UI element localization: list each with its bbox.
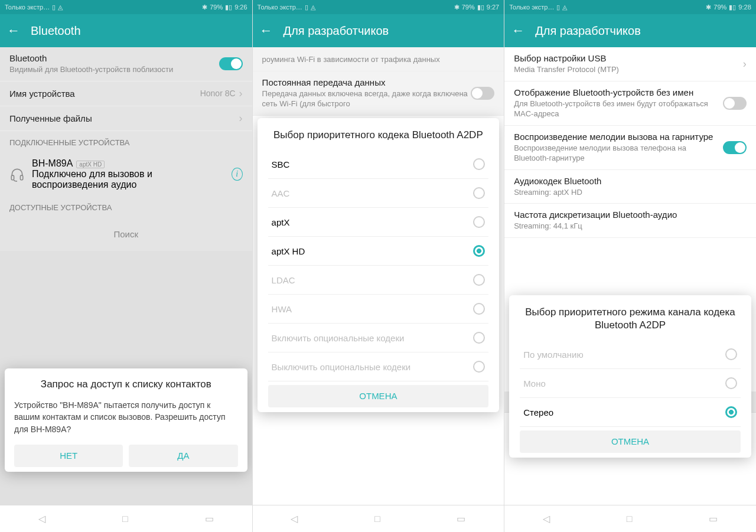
bt-noname-row[interactable]: Отображение Bluetooth-устройств без имен…: [504, 81, 756, 126]
signal-icon: ◬: [58, 4, 63, 11]
option-label: Выключить опциональные кодеки: [272, 362, 411, 372]
row-subtitle: Streaming: aptX HD: [514, 187, 747, 198]
nav-bar: ◁ □ ▭: [253, 505, 504, 532]
row-title: Воспроизведение мелодии вызова на гарнит…: [514, 132, 723, 142]
connected-devices-header: ПОДКЛЮЧЕННЫЕ УСТРОЙСТВА: [0, 131, 252, 152]
back-icon[interactable]: ←: [260, 23, 273, 38]
option-label: Стерео: [523, 407, 553, 417]
row-subtitle: Воспроизведение мелодии вызова телефона …: [514, 143, 723, 164]
codec-option: Выключить опциональные кодеки: [268, 353, 489, 381]
row-title: Аудиокодек Bluetooth: [514, 176, 747, 186]
svg-rect-1: [20, 175, 22, 180]
option-label: SBC: [272, 159, 290, 169]
radio-icon: [725, 377, 737, 389]
codec-badge: aptX HD: [76, 161, 105, 168]
persistent-data-toggle[interactable]: [471, 87, 494, 100]
radio-icon: [473, 187, 485, 199]
codec-option: AAC: [268, 179, 489, 208]
no-button[interactable]: НЕТ: [14, 445, 123, 467]
bluetooth-toggle[interactable]: [219, 57, 243, 70]
nav-recent-icon[interactable]: ▭: [457, 513, 465, 524]
bt-noname-toggle[interactable]: [723, 97, 747, 110]
battery-text: 79%: [713, 4, 726, 11]
nav-home-icon[interactable]: □: [374, 514, 380, 524]
ringtone-headset-toggle[interactable]: [723, 141, 747, 154]
radio-icon: [473, 245, 485, 257]
received-files-row[interactable]: Полученные файлы ›: [0, 106, 252, 131]
svg-rect-0: [11, 175, 14, 180]
codec-option[interactable]: aptX HD: [268, 237, 489, 266]
radio-icon: [473, 303, 485, 315]
cancel-button[interactable]: ОТМЕНА: [520, 430, 741, 453]
nav-recent-icon[interactable]: ▭: [709, 513, 718, 524]
nav-recent-icon[interactable]: ▭: [205, 513, 214, 524]
dialog-body: Устройство "BH-M89A" пытается получить д…: [14, 399, 238, 435]
contacts-access-dialog: Запрос на доступ к списку контактов Устр…: [5, 368, 247, 472]
connected-device-row[interactable]: BH-M89AaptX HD Подключено для вызовов и …: [0, 152, 252, 196]
persistent-data-row[interactable]: Постоянная передача данных Передача данн…: [253, 71, 504, 116]
option-label: aptX HD: [272, 246, 305, 256]
bt-codec-row[interactable]: Аудиокодек Bluetooth Streaming: aptX HD: [504, 170, 756, 204]
app-bar: ← Для разработчиков: [504, 14, 756, 47]
app-bar: ← Bluetooth: [0, 14, 252, 47]
nav-back-icon[interactable]: ◁: [291, 513, 298, 524]
nav-home-icon[interactable]: □: [122, 514, 128, 524]
radio-icon: [725, 348, 737, 360]
ringtone-headset-row[interactable]: Воспроизведение мелодии вызова на гарнит…: [504, 126, 756, 170]
signal-icon: ◬: [562, 4, 567, 11]
clock: 9:26: [234, 4, 247, 11]
bt-icon: ✱: [202, 4, 207, 11]
headphones-icon: [9, 165, 25, 183]
nav-home-icon[interactable]: □: [627, 514, 633, 524]
sim-icon: ▯: [556, 4, 560, 11]
chevron-right-icon: ›: [239, 87, 243, 100]
row-title: Отображение Bluetooth-устройств без имен: [514, 87, 723, 97]
signal-icon: ◬: [311, 4, 315, 11]
codec-option[interactable]: aptX: [268, 208, 489, 237]
radio-icon: [473, 332, 485, 344]
back-icon[interactable]: ←: [7, 23, 20, 38]
clock: 9:27: [487, 4, 499, 11]
option-label: LDAC: [272, 275, 295, 285]
bluetooth-toggle-row[interactable]: Bluetooth Видимый для Bluetooth-устройст…: [0, 47, 252, 81]
wifi-roaming-row[interactable]: роуминга Wi-Fi в зависимости от трафика …: [253, 47, 504, 71]
carrier-text: Только экстр…: [258, 4, 302, 11]
bt-icon: ✱: [706, 4, 711, 11]
option-label: HWA: [272, 304, 292, 314]
nav-back-icon[interactable]: ◁: [543, 513, 550, 524]
channel-option[interactable]: Стерео: [520, 398, 741, 427]
device-name-row[interactable]: Имя устройства Honor 8C ›: [0, 81, 252, 106]
row-title: Выбор настройки USB: [514, 53, 743, 63]
row-subtitle: Видимый для Bluetooth-устройств поблизос…: [9, 64, 219, 75]
device-name: BH-M89A: [32, 158, 73, 168]
codec-option[interactable]: SBC: [268, 150, 489, 179]
nav-back-icon[interactable]: ◁: [38, 513, 45, 524]
option-label: aptX: [272, 217, 290, 227]
cancel-button[interactable]: ОТМЕНА: [268, 385, 489, 407]
bt-samplerate-row[interactable]: Частота дискретизации Bluetooth-аудио St…: [504, 204, 756, 238]
page-title: Для разработчиков: [284, 24, 389, 38]
chevron-right-icon: ›: [239, 112, 243, 125]
codec-option: LDAC: [268, 266, 489, 295]
row-subtitle: Передача данных включена всегда, даже ко…: [262, 89, 471, 109]
row-title: Постоянная передача данных: [262, 77, 471, 87]
status-bar: Только экстр…▯◬ ✱79%▮▯9:27: [253, 0, 504, 14]
option-label: По умолчанию: [523, 350, 583, 360]
nav-bar: ◁ □ ▭: [504, 505, 756, 532]
info-icon[interactable]: i: [232, 168, 243, 181]
radio-icon: [473, 216, 485, 228]
carrier-text: Только экстр…: [509, 4, 554, 11]
status-bar: Только экстр…▯◬ ✱79%▮▯9:26: [0, 0, 252, 14]
row-subtitle: Media Transfer Protocol (MTP): [514, 64, 743, 75]
yes-button[interactable]: ДА: [129, 445, 237, 467]
channel-option: Моно: [520, 369, 741, 398]
codec-option: HWA: [268, 295, 489, 324]
battery-text: 79%: [210, 4, 223, 11]
status-bar: Только экстр…▯◬ ✱79%▮▯9:28: [504, 0, 756, 14]
sim-icon: ▯: [305, 4, 308, 11]
radio-icon: [725, 406, 737, 418]
usb-config-row[interactable]: Выбор настройки USB Media Transfer Proto…: [504, 47, 756, 81]
codec-dialog: Выбор приоритетного кодека Bluetooth A2D…: [258, 118, 500, 412]
back-icon[interactable]: ←: [511, 23, 524, 38]
available-devices-header: ДОСТУПНЫЕ УСТРОЙСТВА: [0, 196, 252, 217]
